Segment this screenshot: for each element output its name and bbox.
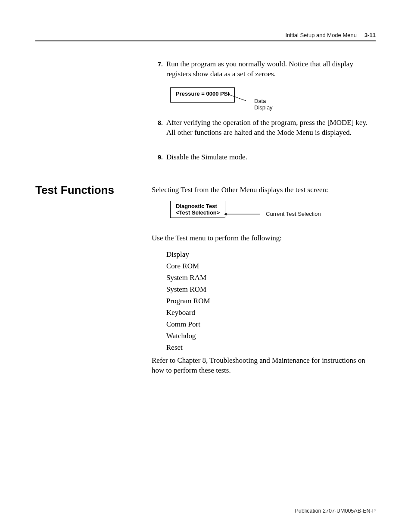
section-heading: Test Functions <box>35 184 114 197</box>
step-9: 9. Disable the Simulate mode. <box>152 152 376 162</box>
list-item: Keyboard <box>166 308 376 318</box>
use-text: Use the Test menu to perform the followi… <box>152 233 376 243</box>
list-item: Program ROM <box>166 296 376 306</box>
callout-arrow-icon <box>224 92 250 105</box>
list-item: System RAM <box>166 273 376 283</box>
step-7: 7. Run the program as you normally would… <box>152 59 376 79</box>
diag-box-line1: Diagnostic Test <box>176 203 220 209</box>
step-number: 9. <box>152 153 163 162</box>
display-box-pressure: Pressure = 0000 PSI <box>170 87 235 103</box>
callout-arrow-icon <box>221 212 260 217</box>
list-item: Watchdog <box>166 331 376 341</box>
step-text: After verifying the operation of the pro… <box>166 118 376 138</box>
list-item: Display <box>166 250 376 260</box>
display-box-diagnostic: Diagnostic Test <Test Selection> <box>170 201 225 218</box>
diag-box-line2: <Test Selection> <box>176 209 220 216</box>
test-items-list: Display Core ROM System RAM System ROM P… <box>166 250 376 352</box>
list-item: System ROM <box>166 285 376 295</box>
header-rule <box>35 40 376 41</box>
callout-label: Current Test Selection <box>266 211 321 217</box>
step-number: 7. <box>152 60 163 68</box>
publication-footer: Publication 2707-UM005AB-EN-P <box>295 508 376 514</box>
section-intro: Selecting Test from the Other Menu displ… <box>152 185 376 195</box>
step-number: 8. <box>152 119 163 127</box>
callout-label: Data Display <box>254 98 273 111</box>
list-item: Core ROM <box>166 261 376 271</box>
refer-text: Refer to Chapter 8, Troubleshooting and … <box>152 356 376 376</box>
header-title: Initial Setup and Mode Menu <box>285 32 357 38</box>
svg-line-0 <box>227 94 246 101</box>
page-header: Initial Setup and Mode Menu 3-11 <box>35 32 376 38</box>
step-8: 8. After verifying the operation of the … <box>152 118 376 138</box>
step-text: Run the program as you normally would. N… <box>166 59 376 79</box>
list-item: Reset <box>166 343 376 353</box>
step-text: Disable the Simulate mode. <box>166 152 376 162</box>
display-box-text: Pressure = 0000 PSI <box>176 90 229 97</box>
page-number: 3-11 <box>364 32 376 38</box>
list-item: Comm Port <box>166 320 376 330</box>
